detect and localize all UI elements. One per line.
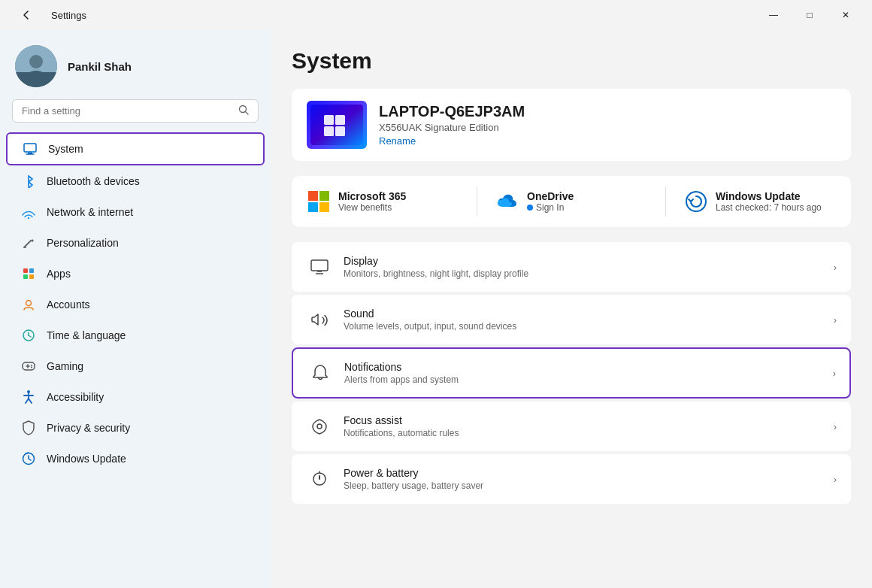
onedrive-icon xyxy=(495,189,519,214)
privacy-icon xyxy=(21,420,36,435)
sound-sub: Volume levels, output, input, sound devi… xyxy=(344,321,823,332)
settings-item-focus-assist[interactable]: Focus assist Notifications, automatic ru… xyxy=(292,402,851,451)
sound-text: Sound Volume levels, output, input, soun… xyxy=(344,308,823,332)
settings-item-notifications[interactable]: Notifications Alerts from apps and syste… xyxy=(292,347,851,399)
svg-rect-6 xyxy=(24,144,36,152)
search-input[interactable] xyxy=(22,105,232,117)
microsoft365-sub: View benefits xyxy=(338,202,406,213)
sidebar-item-network[interactable]: Network & internet xyxy=(6,197,265,227)
settings-item-sound[interactable]: Sound Volume levels, output, input, soun… xyxy=(292,295,851,344)
device-rename-link[interactable]: Rename xyxy=(379,135,416,147)
sidebar-item-apps[interactable]: Apps xyxy=(6,259,265,289)
sidebar-item-bluetooth[interactable]: Bluetooth & devices xyxy=(6,166,265,196)
sidebar-item-accessibility-label: Accessibility xyxy=(47,391,104,403)
sidebar-item-personalization[interactable]: Personalization xyxy=(6,228,265,258)
onedrive-sub: Sign In xyxy=(527,202,574,213)
sound-icon xyxy=(306,306,333,333)
settings-item-power-battery[interactable]: Power & battery Sleep, battery usage, ba… xyxy=(292,454,851,504)
focus-assist-title: Focus assist xyxy=(344,414,823,426)
power-battery-chevron: › xyxy=(834,474,837,485)
page-title: System xyxy=(292,48,851,74)
svg-rect-35 xyxy=(335,126,345,136)
power-battery-sub: Sleep, battery usage, battery saver xyxy=(344,480,823,491)
svg-rect-41 xyxy=(311,260,328,271)
notifications-chevron: › xyxy=(833,368,836,379)
sidebar-item-personalization-label: Personalization xyxy=(47,237,119,249)
power-battery-title: Power & battery xyxy=(344,467,823,479)
accessibility-icon xyxy=(21,389,36,405)
quick-link-winupdate-text: Windows Update Last checked: 7 hours ago xyxy=(716,190,822,213)
device-thumbnail xyxy=(307,101,367,149)
sidebar-item-apps-label: Apps xyxy=(47,268,71,280)
sidebar-item-gaming[interactable]: Gaming xyxy=(6,351,265,381)
quick-link-windows-update[interactable]: Windows Update Last checked: 7 hours ago xyxy=(665,186,836,217)
close-button[interactable]: ✕ xyxy=(828,3,863,27)
svg-line-19 xyxy=(29,335,31,337)
nav-list: System Bluetooth & devices Network & int… xyxy=(0,132,271,474)
sidebar-item-windows-update[interactable]: Windows Update xyxy=(6,444,265,474)
microsoft365-title: Microsoft 365 xyxy=(338,190,406,202)
microsoft365-icon xyxy=(307,189,331,214)
back-button[interactable] xyxy=(9,3,44,27)
winupdate-title: Windows Update xyxy=(716,190,822,202)
svg-point-44 xyxy=(317,424,322,429)
accounts-icon xyxy=(21,297,36,312)
sidebar-item-accounts-label: Accounts xyxy=(47,299,90,311)
svg-point-16 xyxy=(26,301,32,306)
svg-line-29 xyxy=(29,399,32,403)
settings-item-display[interactable]: Display Monitors, brightness, night ligh… xyxy=(292,242,851,292)
titlebar-left: Settings xyxy=(9,3,86,27)
time-icon xyxy=(21,328,36,343)
device-info: LAPTOP-Q6EJP3AM X556UAK Signature Editio… xyxy=(379,103,836,147)
svg-rect-3 xyxy=(15,72,57,87)
titlebar: Settings — □ ✕ xyxy=(0,0,872,30)
quick-link-microsoft365[interactable]: Microsoft 365 View benefits xyxy=(307,186,459,217)
display-chevron: › xyxy=(834,262,837,273)
svg-line-5 xyxy=(246,112,249,115)
sidebar-item-system[interactable]: System xyxy=(6,132,265,165)
search-box[interactable] xyxy=(12,99,259,123)
svg-point-9 xyxy=(28,217,29,219)
svg-line-10 xyxy=(24,241,31,247)
quick-link-onedrive[interactable]: OneDrive Sign In xyxy=(477,186,647,217)
quick-link-microsoft365-text: Microsoft 365 View benefits xyxy=(338,190,406,213)
network-icon xyxy=(21,205,36,220)
sidebar-item-accessibility[interactable]: Accessibility xyxy=(6,382,265,412)
display-icon xyxy=(306,253,333,280)
svg-line-28 xyxy=(26,399,29,403)
svg-point-24 xyxy=(31,367,32,368)
notifications-text: Notifications Alerts from apps and syste… xyxy=(344,361,822,385)
onedrive-status-dot xyxy=(527,205,533,211)
minimize-button[interactable]: — xyxy=(756,3,791,27)
device-card: LAPTOP-Q6EJP3AM X556UAK Signature Editio… xyxy=(292,89,851,161)
sidebar: Pankil Shah System xyxy=(0,30,271,588)
sidebar-item-gaming-label: Gaming xyxy=(47,360,83,372)
sidebar-item-bluetooth-label: Bluetooth & devices xyxy=(47,175,140,187)
apps-icon xyxy=(21,266,36,281)
notifications-title: Notifications xyxy=(344,361,822,373)
svg-rect-39 xyxy=(319,202,329,212)
svg-point-40 xyxy=(686,192,706,211)
svg-point-1 xyxy=(29,55,43,68)
sidebar-item-accounts[interactable]: Accounts xyxy=(6,289,265,320)
display-sub: Monitors, brightness, night light, displ… xyxy=(344,268,823,279)
gaming-icon xyxy=(21,359,36,374)
system-icon xyxy=(23,141,38,156)
svg-rect-14 xyxy=(23,274,28,279)
sidebar-item-privacy-label: Privacy & security xyxy=(47,422,130,434)
svg-rect-15 xyxy=(29,274,34,279)
focus-assist-icon xyxy=(306,413,333,440)
device-name: LAPTOP-Q6EJP3AM xyxy=(379,103,836,120)
user-profile[interactable]: Pankil Shah xyxy=(0,30,271,99)
sidebar-item-privacy[interactable]: Privacy & security xyxy=(6,413,265,443)
device-model: X556UAK Signature Edition xyxy=(379,122,836,133)
sidebar-item-time[interactable]: Time & language xyxy=(6,320,265,350)
avatar xyxy=(15,45,57,87)
svg-rect-13 xyxy=(29,268,34,273)
svg-rect-34 xyxy=(324,126,334,136)
winupdate-sub: Last checked: 7 hours ago xyxy=(716,202,822,213)
search-icon xyxy=(238,105,249,117)
maximize-button[interactable]: □ xyxy=(792,3,827,27)
svg-rect-37 xyxy=(319,191,329,201)
focus-assist-text: Focus assist Notifications, automatic ru… xyxy=(344,414,823,438)
